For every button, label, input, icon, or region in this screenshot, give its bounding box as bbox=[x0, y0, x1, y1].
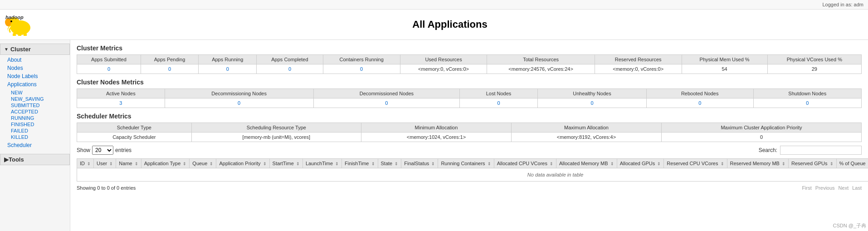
sidebar: ▼ Cluster About Nodes Node Labels Applic… bbox=[0, 40, 70, 231]
tools-label: Tools bbox=[9, 156, 24, 163]
pagination-links: First Previous Next Last bbox=[802, 185, 862, 191]
val-active-nodes[interactable]: 3 bbox=[77, 98, 165, 108]
col-total-resources: Total Resources bbox=[487, 55, 595, 64]
col-used-resources: Used Resources bbox=[400, 55, 487, 64]
search-input[interactable] bbox=[780, 146, 862, 155]
sort-icon-res-cpu: ⇕ bbox=[721, 162, 724, 166]
tools-header[interactable]: ▶ Tools bbox=[0, 154, 70, 165]
sidebar-link-applications[interactable]: Applications bbox=[0, 80, 70, 88]
no-data-message: No data available in table bbox=[77, 168, 868, 182]
th-running-containers[interactable]: Running Containers ⇕ bbox=[438, 159, 494, 168]
th-final-status[interactable]: FinalStatus ⇕ bbox=[401, 159, 438, 168]
pagination-last[interactable]: Last bbox=[852, 185, 862, 191]
val-apps-submitted[interactable]: 0 bbox=[77, 64, 141, 74]
svg-rect-4 bbox=[13, 33, 16, 36]
watermark: CSDN @_子冉 bbox=[833, 222, 866, 229]
th-allocated-cpu-vcores[interactable]: Allocated CPU VCores ⇕ bbox=[494, 159, 556, 168]
cluster-header[interactable]: ▼ Cluster bbox=[0, 44, 70, 55]
th-reserved-cpu-vcores[interactable]: Reserved CPU VCores ⇕ bbox=[664, 159, 727, 168]
th-state[interactable]: State ⇕ bbox=[378, 159, 401, 168]
col-maximum-allocation: Maximum Allocation bbox=[511, 123, 661, 133]
val-unhealthy-nodes[interactable]: 0 bbox=[537, 98, 646, 108]
th-reserved-memory-mb[interactable]: Reserved Memory MB ⇕ bbox=[727, 159, 788, 168]
pagination-previous[interactable]: Previous bbox=[815, 185, 835, 191]
val-phys-vcores-used: 29 bbox=[767, 64, 861, 74]
val-minimum-allocation: <memory:1024, vCores:1> bbox=[361, 133, 511, 142]
th-pct-queue[interactable]: % of Queue ⇕ bbox=[836, 159, 868, 168]
sort-icon-name: ⇕ bbox=[135, 162, 138, 166]
sort-icon-res-gpus: ⇕ bbox=[830, 162, 834, 166]
sidebar-sublink-failed[interactable]: FAILED bbox=[0, 128, 70, 134]
th-user[interactable]: User ⇕ bbox=[94, 159, 116, 168]
sort-icon-queue: ⇕ bbox=[210, 162, 213, 166]
val-shutdown-nodes[interactable]: 0 bbox=[753, 98, 862, 108]
sort-icon-state: ⇕ bbox=[395, 162, 398, 166]
sort-icon-user: ⇕ bbox=[109, 162, 113, 166]
sidebar-sublink-new[interactable]: NEW bbox=[0, 89, 70, 96]
sort-icon-launch-time: ⇕ bbox=[335, 162, 339, 166]
col-apps-completed: Apps Completed bbox=[257, 55, 323, 64]
logo-container: hadoop bbox=[5, 13, 36, 36]
sidebar-sublink-submitted[interactable]: SUBMITTED bbox=[0, 102, 70, 108]
pagination-next[interactable]: Next bbox=[839, 185, 849, 191]
th-reserved-gpus[interactable]: Reserved GPUs ⇕ bbox=[789, 159, 837, 168]
th-start-time[interactable]: StartTime ⇕ bbox=[269, 159, 302, 168]
watermark-text: CSDN @_子冉 bbox=[833, 223, 866, 228]
val-total-resources: <memory:24576, vCores:24> bbox=[487, 64, 595, 74]
val-decommissioning-nodes[interactable]: 0 bbox=[165, 98, 313, 108]
sort-icon-alloc-gpus: ⇕ bbox=[657, 162, 661, 166]
sidebar-link-nodelabels[interactable]: Node Labels bbox=[0, 72, 70, 80]
sidebar-sublink-new-saving[interactable]: NEW_SAVING bbox=[0, 96, 70, 102]
cluster-metrics-title: Cluster Metrics bbox=[77, 44, 862, 52]
sidebar-link-about[interactable]: About bbox=[0, 56, 70, 64]
th-application-type[interactable]: Application Type ⇕ bbox=[141, 159, 190, 168]
val-reserved-resources: <memory:0, vCores:0> bbox=[595, 64, 682, 74]
sidebar-sublink-killed[interactable]: KILLED bbox=[0, 134, 70, 140]
col-phys-mem-used: Physical Mem Used % bbox=[682, 55, 767, 64]
th-id[interactable]: ID ⇕ bbox=[77, 159, 94, 168]
sort-icon-app-priority: ⇕ bbox=[263, 162, 267, 166]
sidebar-sublink-running[interactable]: RUNNING bbox=[0, 115, 70, 121]
val-rebooted-nodes[interactable]: 0 bbox=[646, 98, 753, 108]
val-containers-running[interactable]: 0 bbox=[323, 64, 400, 74]
sort-icon-alloc-cpu: ⇕ bbox=[550, 162, 553, 166]
sort-icon-start-time: ⇕ bbox=[296, 162, 300, 166]
sidebar-link-nodes[interactable]: Nodes bbox=[0, 64, 70, 72]
th-queue[interactable]: Queue ⇕ bbox=[190, 159, 216, 168]
sort-icon-alloc-mem: ⇕ bbox=[610, 162, 614, 166]
pagination-first[interactable]: First bbox=[802, 185, 811, 191]
sidebar-sublink-finished[interactable]: FINISHED bbox=[0, 121, 70, 128]
val-phys-mem-used: 54 bbox=[682, 64, 767, 74]
show-entries-row: Show 10 20 25 50 100 entries Search: bbox=[77, 146, 862, 155]
sort-icon-app-type: ⇕ bbox=[183, 162, 186, 166]
th-application-priority[interactable]: Application Priority ⇕ bbox=[216, 159, 269, 168]
th-finish-time[interactable]: FinishTime ⇕ bbox=[342, 159, 378, 168]
top-bar: Logged in as: adm bbox=[0, 0, 868, 10]
scheduler-metrics-title: Scheduler Metrics bbox=[77, 113, 862, 120]
sidebar-links: About Nodes Node Labels Applications NEW… bbox=[0, 55, 70, 150]
show-entries-left: Show 10 20 25 50 100 entries bbox=[77, 146, 132, 155]
col-reserved-resources: Reserved Resources bbox=[595, 55, 682, 64]
no-data-row: No data available in table bbox=[77, 168, 868, 182]
th-allocated-gpus[interactable]: Allocated GPUs ⇕ bbox=[617, 159, 664, 168]
th-name[interactable]: Name ⇕ bbox=[116, 159, 141, 168]
val-apps-completed[interactable]: 0 bbox=[257, 64, 323, 74]
sort-icon-id: ⇕ bbox=[87, 162, 91, 166]
search-label: Search: bbox=[759, 147, 777, 153]
entries-select[interactable]: 10 20 25 50 100 bbox=[92, 146, 113, 155]
sidebar-link-scheduler[interactable]: Scheduler bbox=[0, 141, 70, 149]
col-apps-pending: Apps Pending bbox=[141, 55, 198, 64]
th-allocated-memory-mb[interactable]: Allocated Memory MB ⇕ bbox=[556, 159, 617, 168]
val-decommissioned-nodes[interactable]: 0 bbox=[313, 98, 459, 108]
val-apps-pending[interactable]: 0 bbox=[141, 64, 198, 74]
th-launch-time[interactable]: LaunchTime ⇕ bbox=[302, 159, 341, 168]
cluster-arrow-icon: ▼ bbox=[4, 47, 9, 52]
val-apps-running[interactable]: 0 bbox=[199, 64, 257, 74]
sidebar-sublink-accepted[interactable]: ACCEPTED bbox=[0, 108, 70, 115]
col-decommissioned-nodes: Decommissioned Nodes bbox=[313, 89, 459, 98]
col-phys-vcores-used: Physical VCores Used % bbox=[767, 55, 861, 64]
data-table: ID ⇕ User ⇕ Name ⇕ Application Type ⇕ Qu… bbox=[77, 158, 868, 182]
val-lost-nodes[interactable]: 0 bbox=[460, 98, 538, 108]
search-area: Search: bbox=[759, 146, 862, 155]
col-max-cluster-app-priority: Maximum Cluster Application Priority bbox=[662, 123, 862, 133]
